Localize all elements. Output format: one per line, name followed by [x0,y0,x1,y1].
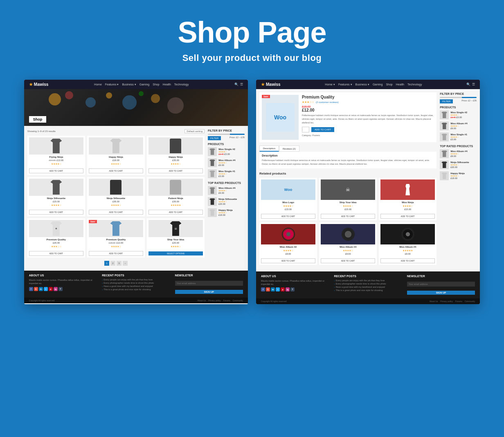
add-to-cart-6[interactable]: ADD TO CART [148,210,203,215]
related-price-5: £9.00 [321,253,375,255]
tab-reviews[interactable]: Reviews (2) [279,146,299,152]
newsletter-email-input[interactable] [175,281,243,286]
right-footer-link-about[interactable]: About Us [430,300,438,303]
hoodie-light [170,180,181,195]
footer-link-forums[interactable]: Forums [223,299,230,302]
google-plus-icon[interactable]: G [34,287,38,291]
product-card-5: Ninja Silhouette £35.00 ★★★★☆ ADD TO CAR… [87,177,145,216]
right-footer-about-title: ABOUT US [261,275,329,278]
pinterest-icon[interactable]: p [49,287,53,291]
detail-stars: ★★★☆☆ [302,101,314,104]
add-to-cart-8[interactable]: ADD TO CART [89,251,143,256]
menu-icon[interactable]: ☰ [240,83,243,86]
product-price-9: £20.00 [148,242,203,244]
related-cart-1[interactable]: ADD TO CART [261,214,315,219]
related-cart-3[interactable]: ADD TO CART [380,214,435,219]
right-twitter-icon[interactable]: t [276,287,280,291]
right-facebook-icon[interactable]: f [261,287,265,291]
top-rated-img-3 [208,208,217,217]
right-search-icon[interactable]: 🔍 [466,83,470,86]
select-options-9[interactable]: SELECT OPTIONS [148,251,203,255]
tab-description[interactable]: Description [259,146,279,152]
page-next[interactable]: → [123,261,128,266]
nav-link-gaming[interactable]: Gaming [140,83,150,86]
page-3[interactable]: 3 [117,261,122,266]
nav-link-business[interactable]: Business ▾ [122,83,136,86]
add-to-cart-2[interactable]: ADD TO CART [89,168,143,173]
nav-link-technology[interactable]: Technology [174,83,189,86]
related-cart-5[interactable]: ADD TO CART [321,258,375,263]
nav-link-shop[interactable]: Shop [153,83,159,86]
footer-link-about[interactable]: About Us [198,299,206,302]
newsletter-signup-button[interactable]: SIGN UP [175,290,243,294]
right-nav-gaming[interactable]: Gaming [373,83,383,86]
right-tumblr-icon[interactable]: T [290,287,295,291]
top-rated-shirt-2 [209,198,215,205]
footer-posts-title: RECENT POSTS [102,274,170,277]
right-sidebar-shirt-2 [441,123,447,129]
right-product-main: Sale! Woo Premium Quality ★★★☆☆ (2 custo… [259,92,436,268]
right-google-plus-icon[interactable]: G [266,287,270,291]
footer-link-privacy[interactable]: Privacy policy [208,299,221,302]
right-pinterest-icon[interactable]: p [281,287,285,291]
page-2[interactable]: 2 [110,261,115,266]
instagram-icon[interactable]: ig [54,287,58,291]
right-nav-business[interactable]: Business ▾ [356,83,369,86]
right-nav-home[interactable]: Home ▾ [325,83,335,86]
product-stars-5: ★★★★☆ [89,204,143,206]
add-to-cart-7[interactable]: ADD TO CART [29,251,83,256]
product-detail-top: Sale! Woo Premium Quality ★★★☆☆ (2 custo… [259,92,436,142]
related-title: Related products [259,172,436,175]
right-top-shirt-2 [441,161,447,168]
related-img-3 [380,179,435,200]
shop-sort[interactable]: Default sorting [184,129,205,133]
sidebar-shirt-2 [209,159,215,166]
add-to-cart-3[interactable]: ADD TO CART [148,168,203,173]
add-to-cart-4[interactable]: ADD TO CART [29,210,83,215]
add-to-cart-1[interactable]: ADD TO CART [29,168,83,173]
right-nav-health[interactable]: Health [396,83,404,86]
right-sidebar-img-3 [440,132,449,141]
related-cart-4[interactable]: ADD TO CART [261,258,315,263]
tumblr-icon[interactable]: T [59,287,63,291]
right-filter-button[interactable]: FILTER [440,99,453,103]
right-footer-link-forums[interactable]: Forums [455,300,462,303]
nav-link-health[interactable]: Health [163,83,171,86]
detail-product-image: Sale! Woo [262,95,299,140]
right-footer-link-privacy[interactable]: Privacy policy [440,300,453,303]
right-footer-about-text: Mauris mattis auctor cursus. Phasellus t… [261,279,329,286]
right-instagram-icon[interactable]: ig [286,287,290,291]
right-sidebar-product-2: Woo Album #4 ★★★★☆ £9.00 [440,121,477,130]
add-to-cart-5[interactable]: ADD TO CART [89,210,143,215]
search-icon[interactable]: 🔍 [234,83,239,86]
product-img-8: Sale! [89,220,143,237]
quantity-input[interactable] [302,127,309,132]
filter-button[interactable]: FILTER [208,136,221,140]
right-menu-icon[interactable]: ☰ [472,83,475,86]
sidebar-shirt-3 [209,170,215,177]
right-top-rated-2: Ninja Silhouette ★★★★☆ £20.00 [440,160,477,169]
related-cart-6[interactable]: ADD TO CART [380,258,435,263]
right-nav-technology[interactable]: Technology [407,83,422,86]
right-newsletter-email-input[interactable] [407,282,475,287]
right-footer-link-community[interactable]: Community [465,300,475,303]
twitter-icon[interactable]: t [44,287,48,291]
right-nav-features[interactable]: Features ▾ [338,83,352,86]
detail-add-to-cart[interactable]: ADD TO CART [311,127,334,132]
right-newsletter-signup-button[interactable]: SIGN UP [407,291,475,295]
top-rated-price-3: £18.00 [218,214,245,216]
shirt-blue [110,221,122,236]
right-footer-post-1: ›Every people are enjoy with the job tha… [334,279,402,282]
right-nav-shop[interactable]: Shop [386,83,392,86]
right-linkedin-icon[interactable]: in [271,287,275,291]
nav-link-home[interactable]: Home [94,83,102,86]
nav-link-features[interactable]: Features ▾ [105,83,119,86]
sidebar-price-3: £3.00 [218,175,245,177]
linkedin-icon[interactable]: in [39,287,43,291]
hero-shop-label: Shop [29,116,47,123]
facebook-icon[interactable]: f [29,287,33,291]
related-cart-2[interactable]: ADD TO CART [321,214,375,219]
footer-link-community[interactable]: Community [233,299,243,302]
product-stars-1: ★★★★☆ [29,162,83,165]
page-1[interactable]: 1 [104,261,109,266]
